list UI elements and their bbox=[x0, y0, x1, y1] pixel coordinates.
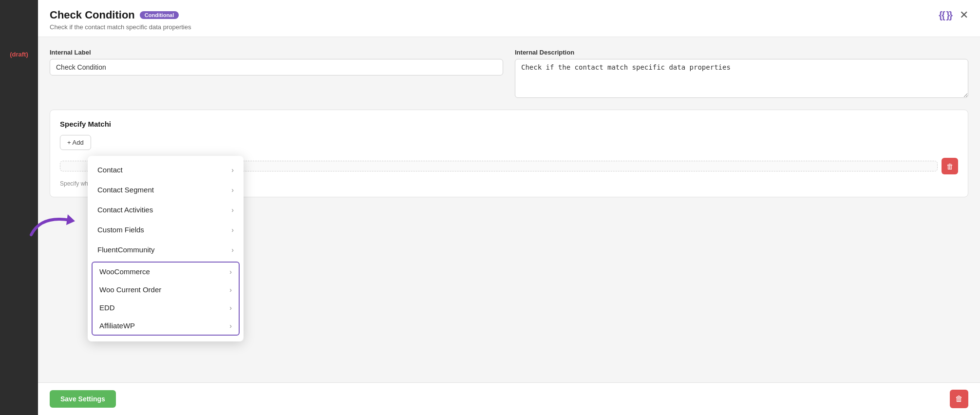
draft-label: (draft) bbox=[0, 49, 38, 60]
internal-label-title: Internal Label bbox=[50, 49, 503, 56]
dropdown-overlay: Contact › Contact Segment › Contact Acti… bbox=[88, 156, 244, 341]
chevron-right-icon: › bbox=[231, 186, 234, 194]
left-sidebar: (draft) bbox=[0, 0, 38, 415]
menu-item-woo-current-order[interactable]: Woo Current Order › bbox=[93, 281, 239, 299]
menu-item-custom-fields[interactable]: Custom Fields › bbox=[88, 220, 244, 240]
menu-item-affiliatewp-label: AffiliateWP bbox=[99, 321, 135, 330]
menu-item-edd[interactable]: EDD › bbox=[93, 299, 239, 317]
panel-footer: Save Settings 🗑 bbox=[38, 382, 980, 415]
trash-icon: 🗑 bbox=[946, 162, 954, 170]
chevron-right-icon: › bbox=[231, 206, 234, 214]
add-button-label: + Add bbox=[67, 139, 84, 146]
form-group-desc: Internal Description Check if the contac… bbox=[515, 49, 968, 98]
menu-item-custom-fields-label: Custom Fields bbox=[97, 226, 144, 234]
panel-subtitle: Check if the contact match specific data… bbox=[50, 23, 968, 31]
internal-desc-textarea[interactable]: Check if the contact match specific data… bbox=[515, 59, 968, 98]
specify-title: Specify Matchi bbox=[60, 120, 958, 128]
menu-item-affiliatewp[interactable]: AffiliateWP › bbox=[93, 317, 239, 335]
add-row: + Add bbox=[60, 135, 958, 150]
chevron-right-icon: › bbox=[231, 226, 234, 234]
chevron-right-icon: › bbox=[229, 286, 232, 294]
header-actions: {{ }} ✕ bbox=[939, 10, 968, 21]
chevron-right-icon: › bbox=[229, 268, 232, 276]
braces-icon[interactable]: {{ }} bbox=[939, 10, 952, 21]
menu-item-contact[interactable]: Contact › bbox=[88, 160, 244, 180]
internal-label-input[interactable] bbox=[50, 59, 503, 75]
menu-item-contact-label: Contact bbox=[97, 166, 123, 174]
footer-trash-icon: 🗑 bbox=[955, 395, 963, 403]
menu-item-contact-segment-label: Contact Segment bbox=[97, 186, 154, 194]
menu-item-fluent-community[interactable]: FluentCommunity › bbox=[88, 240, 244, 260]
add-button[interactable]: + Add bbox=[60, 135, 91, 150]
panel-title: Check Condition bbox=[50, 9, 135, 21]
menu-item-contact-activities[interactable]: Contact Activities › bbox=[88, 200, 244, 220]
internal-desc-title: Internal Description bbox=[515, 49, 968, 56]
footer-delete-button[interactable]: 🗑 bbox=[950, 390, 968, 408]
form-group-label: Internal Label bbox=[50, 49, 503, 98]
menu-item-woocommerce[interactable]: WooCommerce › bbox=[93, 263, 239, 281]
header-top-row: Check Condition Conditional {{ }} ✕ bbox=[50, 9, 968, 21]
dropdown-menu: Contact › Contact Segment › Contact Acti… bbox=[88, 156, 244, 341]
panel-header: Check Condition Conditional {{ }} ✕ Chec… bbox=[38, 0, 980, 37]
menu-item-woo-current-order-label: Woo Current Order bbox=[99, 285, 161, 294]
chevron-right-icon: › bbox=[231, 246, 234, 254]
menu-item-contact-segment[interactable]: Contact Segment › bbox=[88, 180, 244, 200]
menu-item-contact-activities-label: Contact Activities bbox=[97, 206, 153, 214]
conditional-badge: Conditional bbox=[140, 11, 179, 19]
highlighted-menu-group: WooCommerce › Woo Current Order › EDD › … bbox=[92, 262, 240, 336]
menu-item-fluent-community-label: FluentCommunity bbox=[97, 245, 155, 254]
save-settings-button[interactable]: Save Settings bbox=[50, 390, 116, 408]
header-left: Check Condition Conditional bbox=[50, 9, 179, 21]
chevron-right-icon: › bbox=[229, 304, 232, 312]
form-row-labels: Internal Label Internal Description Chec… bbox=[50, 49, 968, 98]
menu-item-woocommerce-label: WooCommerce bbox=[99, 267, 150, 276]
close-icon[interactable]: ✕ bbox=[960, 10, 968, 20]
menu-item-edd-label: EDD bbox=[99, 303, 115, 312]
chevron-right-icon: › bbox=[229, 322, 232, 330]
condition-delete-button[interactable]: 🗑 bbox=[942, 158, 958, 174]
chevron-right-icon: › bbox=[231, 166, 234, 174]
